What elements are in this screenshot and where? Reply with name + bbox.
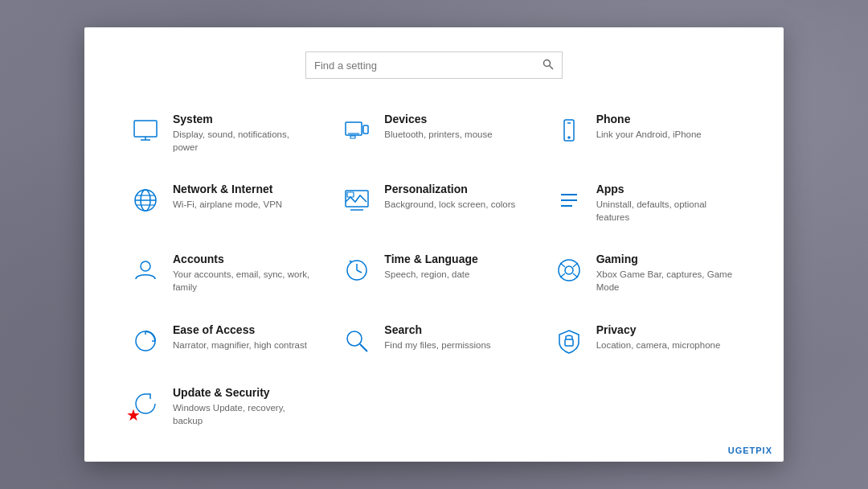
- ease-title: Ease of Access: [173, 323, 307, 336]
- svg-line-29: [560, 263, 565, 267]
- update-star-badge: ★: [126, 407, 141, 423]
- watermark: UGETPIX: [728, 446, 772, 455]
- network-desc: Wi-Fi, airplane mode, VPN: [173, 198, 282, 211]
- accounts-text: AccountsYour accounts, email, sync, work…: [173, 253, 315, 294]
- svg-rect-8: [350, 136, 355, 138]
- personalization-icon: [341, 184, 373, 216]
- search-icon: [542, 59, 554, 72]
- svg-line-26: [357, 270, 362, 273]
- setting-item-devices[interactable]: DevicesBluetooth, printers, mouse: [328, 101, 539, 165]
- svg-point-36: [347, 331, 362, 346]
- phone-desc: Link your Android, iPhone: [596, 128, 702, 141]
- personalization-text: PersonalizationBackground, lock screen, …: [384, 183, 515, 211]
- setting-item-phone[interactable]: PhoneLink your Android, iPhone: [540, 101, 751, 165]
- setting-item-privacy[interactable]: PrivacyLocation, camera, microphone: [540, 312, 751, 368]
- gaming-text: GamingXbox Game Bar, captures, Game Mode: [596, 253, 739, 294]
- search-bar-container: [117, 51, 751, 79]
- time-desc: Speech, region, date: [384, 268, 477, 281]
- gaming-desc: Xbox Game Bar, captures, Game Mode: [596, 268, 739, 294]
- setting-item-system[interactable]: SystemDisplay, sound, notifications, pow…: [117, 101, 328, 165]
- update-text: Update & SecurityWindows Update, recover…: [173, 386, 315, 427]
- network-icon: [129, 184, 162, 216]
- update-title: Update & Security: [173, 386, 315, 399]
- ease-desc: Narrator, magnifier, high contrast: [173, 339, 307, 351]
- search-desc: Find my files, permissions: [384, 339, 490, 351]
- devices-text: DevicesBluetooth, printers, mouse: [384, 113, 492, 141]
- setting-item-time[interactable]: Time & LanguageSpeech, region, date: [328, 241, 539, 305]
- devices-title: Devices: [384, 113, 492, 125]
- devices-icon: [341, 114, 373, 146]
- ease-icon: [129, 325, 162, 357]
- setting-item-update[interactable]: ★Update & SecurityWindows Update, recove…: [117, 375, 328, 438]
- svg-line-37: [360, 344, 367, 351]
- setting-item-ease[interactable]: Ease of AccessNarrator, magnifier, high …: [117, 312, 328, 368]
- setting-item-accounts[interactable]: AccountsYour accounts, email, sync, work…: [117, 241, 328, 305]
- privacy-text: PrivacyLocation, camera, microphone: [596, 323, 721, 351]
- svg-point-23: [141, 261, 150, 271]
- apps-desc: Uninstall, defaults, optional features: [596, 198, 739, 224]
- setting-item-apps[interactable]: AppsUninstall, defaults, optional featur…: [540, 171, 751, 235]
- network-text: Network & InternetWi-Fi, airplane mode, …: [173, 183, 282, 211]
- accounts-icon: [129, 254, 162, 286]
- ease-text: Ease of AccessNarrator, magnifier, high …: [173, 323, 307, 351]
- time-title: Time & Language: [384, 253, 477, 265]
- svg-point-27: [559, 260, 579, 281]
- gaming-title: Gaming: [596, 253, 739, 265]
- setting-item-search[interactable]: SearchFind my files, permissions: [328, 312, 539, 368]
- setting-item-gaming[interactable]: GamingXbox Game Bar, captures, Game Mode: [540, 241, 751, 305]
- accounts-desc: Your accounts, email, sync, work, family: [173, 268, 315, 294]
- svg-line-32: [573, 273, 578, 277]
- setting-item-network[interactable]: Network & InternetWi-Fi, airplane mode, …: [117, 171, 328, 235]
- devices-desc: Bluetooth, printers, mouse: [384, 128, 492, 141]
- svg-line-31: [560, 273, 565, 277]
- apps-icon: [553, 184, 585, 216]
- apps-text: AppsUninstall, defaults, optional featur…: [596, 183, 739, 224]
- time-text: Time & LanguageSpeech, region, date: [384, 253, 477, 281]
- system-text: SystemDisplay, sound, notifications, pow…: [173, 113, 315, 154]
- search-bar[interactable]: [305, 51, 563, 79]
- svg-point-11: [568, 137, 570, 138]
- svg-line-30: [573, 263, 578, 267]
- search-text: SearchFind my files, permissions: [384, 323, 490, 351]
- system-title: System: [173, 113, 315, 125]
- svg-rect-38: [565, 339, 573, 346]
- apps-title: Apps: [596, 183, 739, 195]
- update-icon: ★: [129, 388, 162, 420]
- svg-rect-2: [134, 121, 157, 137]
- settings-window: SystemDisplay, sound, notifications, pow…: [84, 27, 784, 462]
- phone-text: PhoneLink your Android, iPhone: [596, 113, 702, 141]
- phone-icon: [553, 114, 585, 146]
- privacy-icon: [553, 325, 585, 357]
- personalization-title: Personalization: [384, 183, 515, 195]
- svg-line-1: [550, 65, 554, 69]
- phone-title: Phone: [596, 113, 702, 125]
- privacy-desc: Location, camera, microphone: [596, 339, 721, 351]
- svg-point-0: [544, 60, 551, 66]
- network-title: Network & Internet: [173, 183, 282, 195]
- setting-item-personalization[interactable]: PersonalizationBackground, lock screen, …: [328, 171, 539, 235]
- search-title: Search: [384, 323, 490, 336]
- settings-grid: SystemDisplay, sound, notifications, pow…: [117, 101, 751, 438]
- system-icon: [129, 114, 162, 146]
- gaming-icon: [553, 254, 585, 286]
- svg-rect-6: [363, 125, 368, 134]
- system-desc: Display, sound, notifications, power: [173, 128, 315, 154]
- update-desc: Windows Update, recovery, backup: [173, 401, 315, 427]
- svg-point-28: [565, 266, 573, 274]
- search-icon: [341, 325, 373, 357]
- personalization-desc: Background, lock screen, colors: [384, 198, 515, 211]
- search-input[interactable]: [314, 60, 542, 72]
- privacy-title: Privacy: [596, 323, 721, 336]
- time-icon: [341, 254, 373, 286]
- accounts-title: Accounts: [173, 253, 315, 265]
